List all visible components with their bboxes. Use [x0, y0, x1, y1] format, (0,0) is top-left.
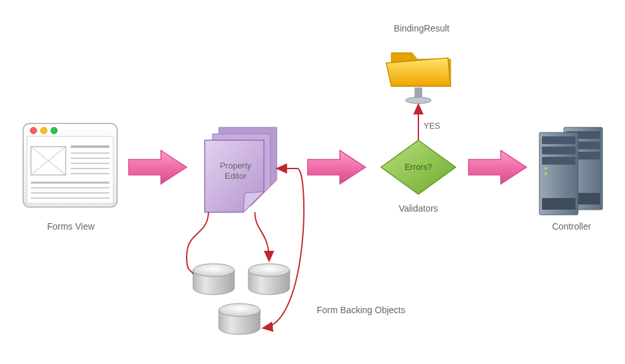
controller-icon — [539, 127, 602, 215]
svg-point-31 — [406, 97, 431, 104]
property-editor-line2: Editor — [225, 171, 247, 181]
red-link-loop-down — [264, 168, 304, 328]
controller-label: Controller — [539, 221, 604, 232]
svg-rect-24 — [542, 136, 575, 144]
svg-point-29 — [545, 172, 547, 175]
svg-point-4 — [51, 127, 57, 134]
cylinder-3 — [219, 304, 260, 334]
svg-rect-27 — [542, 198, 575, 210]
property-editor-label: Property Editor — [216, 161, 255, 181]
cylinder-1 — [193, 264, 234, 295]
svg-point-2 — [30, 127, 37, 134]
forms-view-icon — [23, 123, 117, 207]
property-editor-line1: Property — [219, 161, 251, 170]
svg-point-3 — [41, 127, 47, 134]
svg-rect-26 — [542, 157, 575, 165]
svg-point-33 — [248, 264, 290, 277]
diagram-stage: Forms View Property Editor Errors? Valid… — [0, 0, 625, 364]
errors-label: Errors? — [399, 162, 438, 172]
svg-point-32 — [193, 264, 234, 277]
forms-view-label: Forms View — [39, 221, 103, 232]
validators-label: Validators — [393, 203, 444, 214]
cylinder-2 — [248, 264, 290, 295]
diagram-svg — [0, 0, 625, 364]
form-backing-objects-label: Form Backing Objects — [317, 305, 406, 315]
flow-arrow-3 — [469, 150, 527, 184]
svg-point-34 — [219, 304, 260, 316]
svg-rect-25 — [542, 147, 575, 154]
binding-result-label: BindingResult — [380, 23, 463, 33]
flow-arrow-2 — [308, 150, 366, 184]
flow-arrow-1 — [129, 150, 187, 184]
yes-label: YES — [424, 121, 440, 131]
red-link-right — [255, 212, 269, 260]
svg-point-28 — [545, 167, 547, 170]
binding-result-folder-icon — [386, 53, 451, 104]
